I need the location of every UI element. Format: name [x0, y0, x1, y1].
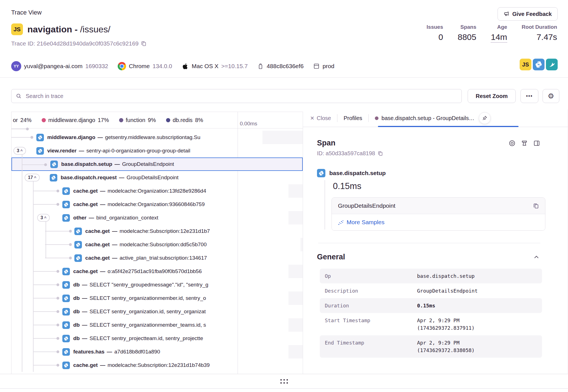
project-platform-badges: JS: [520, 59, 558, 70]
general-row: Start TimestampApr 2, 9:29 PM(1743629372…: [320, 313, 542, 335]
settings-button[interactable]: ⚙: [543, 89, 559, 103]
more-samples-link[interactable]: More Samples: [338, 219, 539, 226]
focus-icon[interactable]: [508, 139, 516, 147]
span-row[interactable]: cache.get—modelcache:Organization:936608…: [11, 198, 303, 211]
span-row[interactable]: cache.get—modelcache:Subscription:dd5c5b…: [11, 238, 303, 251]
python-icon: [62, 362, 70, 369]
resize-handle-bar[interactable]: [0, 374, 568, 389]
close-icon: ×: [310, 115, 314, 121]
collapse-chip[interactable]: 3^: [37, 214, 50, 222]
trace-search: [11, 89, 462, 103]
avatar: YY: [11, 61, 21, 71]
browser-meta: Chrome 134.0.0: [118, 62, 172, 70]
ellipsis-icon: ⋯: [526, 92, 533, 100]
chevron-up-icon[interactable]: [533, 254, 540, 260]
span-row[interactable]: 3^other—bind_organization_context: [11, 211, 303, 224]
tree-guide-line: [33, 181, 34, 372]
span-row[interactable]: middleware.django—getsentry.middleware.s…: [11, 131, 303, 144]
general-row: Opbase.dispatch.setup: [320, 269, 542, 283]
tree-guide-line: [22, 154, 22, 372]
legend-item[interactable]: or24%: [13, 117, 32, 123]
python-icon: [62, 214, 70, 222]
span-row[interactable]: cache.get—o:a5f42e275d1ac91fba90f0b570d1…: [11, 265, 303, 278]
legend-dot-icon: [119, 118, 123, 122]
legend-item[interactable]: middleware.django17%: [42, 117, 109, 123]
trace-view-page: Trace View Give Feedback JS navigation -…: [0, 0, 568, 392]
tree-connector: [33, 271, 58, 272]
span-row[interactable]: cache.get—active_plan_trial:subscription…: [11, 251, 303, 265]
stat-issues: Issues0: [427, 24, 443, 42]
pin-button[interactable]: [479, 112, 491, 124]
megaphone-icon: [503, 11, 510, 17]
legend-dot-icon: [42, 118, 46, 122]
tree-connector: [22, 164, 46, 165]
apple-icon: [182, 63, 189, 70]
span-row[interactable]: cache.get—modelcache:Subscription:12e231…: [11, 224, 303, 238]
span-row[interactable]: cache.get—modelcache:Organization:13fd28…: [11, 184, 303, 198]
python-icon: [74, 228, 82, 235]
collapse-chip[interactable]: 17^: [25, 174, 40, 181]
general-table: Opbase.dispatch.setupDescriptionGroupDet…: [320, 269, 542, 358]
copy-icon[interactable]: [141, 41, 146, 46]
span-row[interactable]: cache.get—modelcache:Subscription:12e231…: [11, 358, 303, 372]
span-row[interactable]: db—SELECT sentry_projectteam.id, sentry_…: [11, 332, 303, 345]
user-email: yuval@pangea-ai.com: [24, 63, 82, 70]
python-icon: [62, 201, 70, 208]
collapse-chip[interactable]: 3^: [13, 147, 26, 155]
sample-endpoint: GroupDetailsEndpoint: [338, 202, 395, 209]
python-icon: [62, 321, 70, 329]
tree-connector: [33, 365, 58, 365]
search-icon: [16, 93, 22, 99]
span-duration: 0.15ms: [333, 181, 568, 191]
span-tree: middleware.django—getsentry.middleware.s…: [11, 131, 303, 372]
tree-connector: [45, 244, 71, 245]
span-row[interactable]: db—SELECT sentry_organizationmember.id, …: [11, 291, 303, 305]
copy-icon[interactable]: [378, 151, 383, 156]
span-row[interactable]: db—SELECT sentry_organizationmember_team…: [11, 318, 303, 332]
transaction-name: /issues/: [80, 24, 110, 34]
give-feedback-button[interactable]: Give Feedback: [498, 7, 558, 21]
trace-meta-row: YY yuval@pangea-ai.com 1690332 Chrome 13…: [11, 59, 339, 73]
tree-connector: [33, 191, 58, 191]
copy-icon[interactable]: [533, 203, 539, 209]
user-meta[interactable]: YY yuval@pangea-ai.com 1690332: [11, 61, 108, 71]
active-tab-underline: [378, 126, 519, 127]
user-id: 1690332: [85, 63, 108, 70]
stat-root-duration: Root Duration7.47s: [522, 24, 557, 42]
tree-connector: [33, 204, 58, 205]
span-row[interactable]: 3^view.render—sentry-api-0-organization-…: [11, 144, 303, 157]
python-icon: [62, 281, 70, 289]
general-row: DescriptionGroupDetailsEndpoint: [320, 283, 542, 298]
python-badge: [533, 59, 545, 70]
tab-profiles[interactable]: Profiles: [344, 115, 362, 121]
python-icon: [50, 174, 57, 181]
python-icon: [50, 161, 58, 168]
detail-tab-bar: × Close Profiles base.dispatch.setup - G…: [303, 109, 568, 127]
environment-meta: prod: [313, 63, 334, 70]
funnel-icon[interactable]: [520, 139, 529, 147]
os-meta: Mac OS X >=10.15.7: [182, 63, 248, 70]
span-row[interactable]: db—SELECT sentry_organization.id, sentry…: [11, 305, 303, 318]
python-icon: [62, 187, 70, 195]
close-panel-button[interactable]: × Close: [310, 115, 331, 121]
tree-guide-line: [46, 222, 46, 258]
python-icon: [62, 335, 70, 342]
drag-handle-icon[interactable]: [280, 379, 288, 384]
page-title: JS navigation - /issues/: [11, 23, 110, 35]
span-row[interactable]: 17^base.dispatch.request—GroupDetailsEnd…: [11, 171, 303, 184]
span-row[interactable]: db—SELECT "sentry_groupedmessage"."id", …: [11, 278, 303, 291]
legend-item[interactable]: function9%: [119, 117, 156, 123]
trace-stats: Issues0Spans8805Age14mRoot Duration7.47s: [427, 24, 557, 42]
reset-zoom-button[interactable]: Reset Zoom: [468, 89, 516, 103]
search-input[interactable]: [25, 93, 457, 100]
more-options-button[interactable]: ⋯: [520, 89, 538, 103]
span-id: ID: a50d33a597ca8198: [317, 150, 568, 157]
legend-item[interactable]: db.redis8%: [166, 117, 203, 123]
tab-span-details[interactable]: base.dispatch.setup - GroupDetails…: [375, 115, 474, 121]
span-row[interactable]: features.has—a7d618b8df01a890: [11, 345, 303, 358]
environment-icon: [313, 63, 320, 70]
time-axis-label: 0.00ms: [240, 121, 257, 127]
python-icon: [62, 348, 70, 356]
layout-columns-icon[interactable]: [532, 139, 541, 147]
span-row[interactable]: base.dispatch.setup—GroupDetailsEndpoint: [11, 157, 303, 171]
